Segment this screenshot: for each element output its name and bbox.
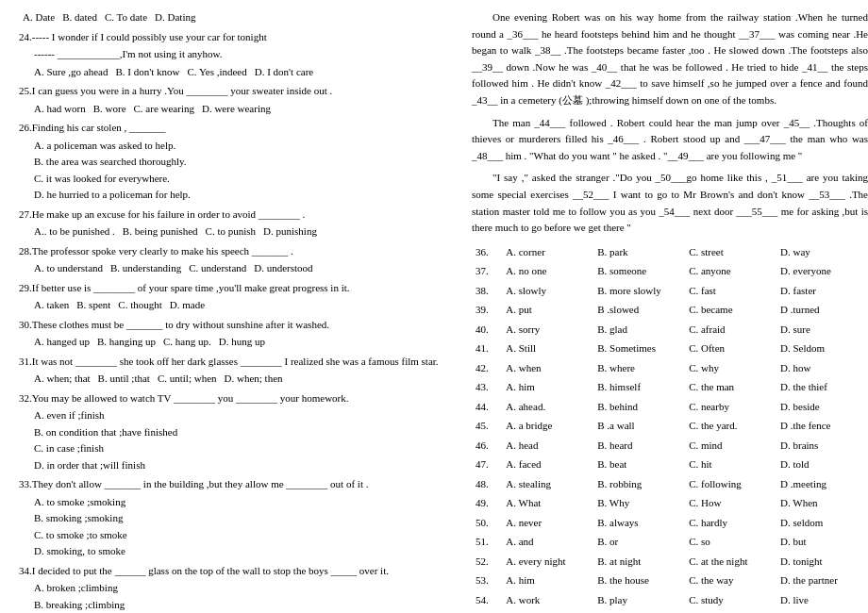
opt-d: D. Dating	[155, 9, 195, 25]
q32-block: 32.You may be allowed to watch TV ______…	[19, 390, 453, 473]
ans-d: D. When	[776, 493, 868, 513]
ans-d: D. told	[776, 455, 868, 474]
table-row: 42. A. when B. where C. why D. how	[472, 358, 868, 378]
ans-c: C. so	[685, 532, 776, 552]
ans-c: C. study	[685, 590, 776, 610]
table-row: 47. A. faced B. beat C. hit D. told	[472, 455, 868, 474]
table-row: 46. A. head B. heard C. mind D. brains	[472, 436, 868, 456]
ans-c: C. became	[685, 300, 776, 320]
ans-b: B. play	[593, 590, 685, 610]
q26-opt-c: C. it was looked for everywhere.	[34, 171, 453, 187]
q30-text: 30.These clothes must be _______ to dry …	[19, 317, 453, 333]
left-column: A. Date B. dated C. To date D. Dating 24…	[19, 9, 453, 613]
q34-block: 34.I decided to put the ______ glass on …	[19, 563, 453, 614]
q29-opts: A. taken B. spent C. thought D. made	[19, 297, 453, 313]
q24-opt-d: D. I don't care	[255, 64, 313, 80]
q31-opt-c: C. until; when	[158, 371, 217, 387]
ans-b: B .a wall	[593, 416, 685, 436]
q34-text: 34.I decided to put the ______ glass on …	[19, 563, 453, 579]
q33-opts: A. to smoke ;smoking B. smoking ;smoking…	[19, 494, 453, 559]
q32-opt-a: A. even if ;finish	[34, 407, 453, 423]
q26-opts: A. a policeman was asked to help. B. the…	[19, 138, 453, 203]
ans-d: D. the thief	[776, 377, 868, 397]
ans-a: A. put	[502, 300, 593, 320]
ans-num: 42.	[472, 358, 502, 378]
q30-opt-b: B. hanging up	[97, 334, 156, 350]
table-row: 51. A. and B. or C. so D. but	[472, 532, 868, 552]
ans-d: D .the fence	[776, 416, 868, 436]
ans-num: 45.	[472, 416, 502, 436]
ans-b: B. robbing	[593, 474, 685, 494]
passage-para2: The man _44___ followed . Robert could h…	[472, 115, 868, 165]
q27-text: 27.He make up an excuse for his failure …	[19, 207, 453, 223]
q33-opt-c: C. to smoke ;to smoke	[34, 527, 453, 543]
q26-opt-d: D. he hurried to a policeman for help.	[34, 187, 453, 203]
q33-block: 33.They don't allow _______ in the build…	[19, 476, 453, 559]
table-row: 41. A. Still B. Sometimes C. Often D. Se…	[472, 339, 868, 358]
q33-opt-a: A. to smoke ;smoking	[34, 494, 453, 510]
ans-d: D. seldom	[776, 513, 868, 533]
ans-d: D. beside	[776, 397, 868, 417]
q33-opt-d: D. smoking, to smoke	[34, 543, 453, 559]
ans-d: D .meeting	[776, 474, 868, 494]
ans-num: 46.	[472, 436, 502, 456]
ans-c: C. the way	[685, 571, 776, 590]
ans-b: B. Why	[593, 493, 685, 513]
ans-c: C. why	[685, 358, 776, 378]
passage-para3: "I say ," asked the stranger ."Do you _5…	[472, 170, 868, 236]
answer-table: 36. A. corner B. park C. street D. way 3…	[472, 242, 868, 610]
q31-block: 31.It was not ________ she took off her …	[19, 354, 453, 387]
ans-c: C. nearby	[685, 397, 776, 417]
q28-block: 28.The professor spoke very clearly to m…	[19, 243, 453, 276]
ans-c: C. fast	[685, 281, 776, 301]
ans-d: D. Seldom	[776, 339, 868, 358]
ans-a: A. stealing	[502, 474, 593, 494]
ans-a: A. work	[502, 590, 593, 610]
q31-opt-b: B. until ;that	[98, 371, 150, 387]
q29-opt-a: A. taken	[34, 297, 69, 313]
ans-a: A. when	[502, 358, 593, 378]
ans-b: B. behind	[593, 397, 685, 417]
q27-opts: A.. to be punished . B. being punished C…	[19, 224, 453, 240]
ans-c: C. anyone	[685, 261, 776, 281]
ans-c: C. hardly	[685, 513, 776, 533]
q24-opt-c: C. Yes ,indeed	[188, 64, 247, 80]
opt-c: C. To date	[105, 9, 147, 25]
q25-opt-a: A. had worn	[34, 101, 86, 117]
ans-num: 49.	[472, 493, 502, 513]
table-row: 50. A. never B. always C. hardly D. seld…	[472, 513, 868, 533]
q24-text: 24.----- I wonder if I could possibly us…	[19, 29, 453, 45]
q28-opt-b: B. understanding	[110, 260, 181, 276]
ans-b: B. glad	[593, 320, 685, 340]
q31-opt-d: D. when; then	[225, 371, 283, 387]
q27-opt-b: B. being punished	[123, 224, 198, 240]
ans-num: 51.	[472, 532, 502, 552]
table-row: 48. A. stealing B. robbing C. following …	[472, 474, 868, 494]
q24-opts: A. Sure ,go ahead B. I don't know C. Yes…	[19, 64, 453, 80]
table-row: 37. A. no one B. someone C. anyone D. ev…	[472, 261, 868, 281]
ans-c: C. hit	[685, 455, 776, 474]
ans-c: C. the yard.	[685, 416, 776, 436]
ans-a: A. slowly	[502, 281, 593, 301]
q26-opt-a: A. a policeman was asked to help.	[34, 138, 453, 154]
table-row: 36. A. corner B. park C. street D. way	[472, 242, 868, 262]
ans-d: D. faster	[776, 281, 868, 301]
ans-a: A. What	[502, 493, 593, 513]
ans-num: 37.	[472, 261, 502, 281]
ans-num: 47.	[472, 455, 502, 474]
ans-num: 38.	[472, 281, 502, 301]
table-row: 44. A. ahead. B. behind C. nearby D. bes…	[472, 397, 868, 417]
q28-opts: A. to understand B. understanding C. und…	[19, 260, 453, 276]
ans-c: C. mind	[685, 436, 776, 456]
options-row-1: A. Date B. dated C. To date D. Dating	[19, 9, 453, 25]
q33-opt-b: B. smoking ;smoking	[34, 510, 453, 526]
q30-opt-a: A. hanged up	[34, 334, 90, 350]
opt-a: A. Date	[23, 9, 55, 25]
ans-a: A. Still	[502, 339, 593, 358]
q34-opt-a: A. broken ;climbing	[34, 580, 453, 596]
ans-d: D. how	[776, 358, 868, 378]
ans-b: B. park	[593, 242, 685, 262]
ans-a: A. sorry	[502, 320, 593, 340]
ans-c: C. the man	[685, 377, 776, 397]
ans-b: B. where	[593, 358, 685, 378]
